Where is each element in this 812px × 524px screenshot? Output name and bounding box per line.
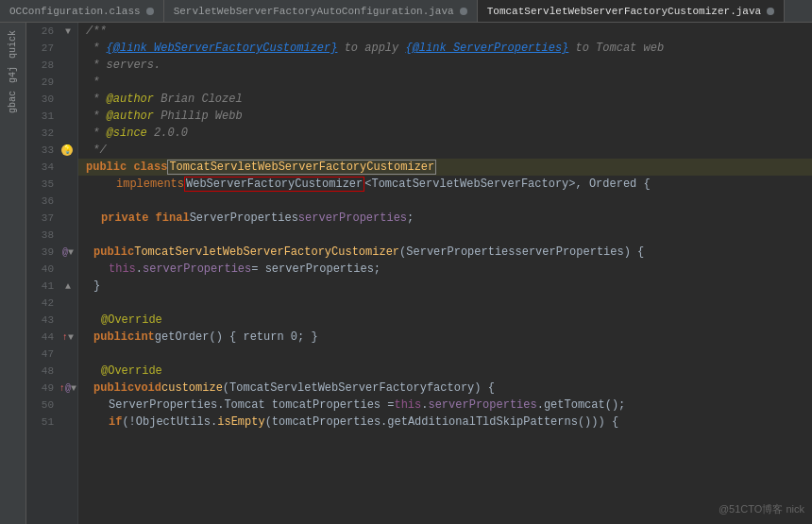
code-line-32: * @since 2.0.0	[78, 125, 812, 142]
gutter-row-31: 31	[26, 108, 77, 125]
code-line-38	[78, 227, 812, 244]
gutter-row-49: 49 ↑ @ ▼	[26, 380, 77, 397]
line-number: 33	[26, 144, 59, 156]
line-number: 44	[26, 331, 59, 343]
code-line-50: ServerProperties.Tomcat tomcatProperties…	[78, 397, 812, 414]
ide-window: OCConfiguration.class ServletWebServerFa…	[0, 0, 812, 524]
code-line-39: public TomcatServletWebServerFactoryCust…	[78, 244, 812, 261]
line-number: 50	[26, 399, 59, 411]
code-line-37: private final ServerProperties serverPro…	[78, 210, 812, 227]
gutter-row-47: 47	[26, 346, 77, 363]
fold-icon[interactable]: ▲	[65, 281, 71, 292]
code-line-30: * @author Brian Clozel	[78, 91, 812, 108]
gutter-row-38: 38	[26, 227, 77, 244]
gutter-row-34: 34	[26, 159, 77, 176]
sidebar-item-quick[interactable]: quick	[6, 26, 20, 62]
hint-bulb-icon[interactable]: 💡	[61, 144, 73, 156]
gutter-row-44: 44 ↑ ▼	[26, 329, 77, 346]
code-line-40: this.serverProperties = serverProperties…	[78, 261, 812, 278]
gutter-row-41: 41 ▲	[26, 278, 77, 295]
line-number: 39	[26, 246, 59, 258]
code-line-26: /**	[78, 23, 812, 40]
line-number: 40	[26, 263, 59, 275]
gutter-row-32: 32	[26, 125, 77, 142]
line-number: 49	[26, 382, 59, 394]
gutter-row-36: 36	[26, 193, 77, 210]
code-line-49: public void customize(TomcatServletWebSe…	[78, 380, 812, 397]
editor-container: 26 ▼ 27 28 29	[26, 23, 812, 524]
code-area[interactable]: /** * {@link WebServerFactoryCustomizer}…	[78, 23, 812, 524]
gutter-row-33: 33 💡	[26, 142, 77, 159]
tab-label: ServletWebServerFactoryAutoConfiguration…	[174, 6, 454, 17]
line-gutter: 26 ▼ 27 28 29	[26, 23, 78, 524]
fold-icon[interactable]: ▼	[71, 383, 76, 394]
sidebar: quick g4j gbac	[0, 23, 26, 524]
code-line-36	[78, 193, 812, 210]
line-number: 29	[26, 76, 59, 88]
gutter-icons: ▲	[59, 281, 76, 292]
tab-tomcatservlet[interactable]: TomcatServletWebServerFactoryCustomizer.…	[478, 0, 785, 22]
line-number: 42	[26, 297, 59, 309]
code-line-34: public class TomcatServletWebServerFacto…	[78, 159, 812, 176]
code-line-31: * @author Phillip Webb	[78, 108, 812, 125]
code-line-51: if (!ObjectUtils.isEmpty(tomcatPropertie…	[78, 414, 812, 431]
watermark: @51CTO博客 nick	[719, 502, 804, 516]
gutter-row-37: 37	[26, 210, 77, 227]
code-line-28: * servers.	[78, 57, 812, 74]
code-line-47	[78, 346, 812, 363]
code-line-42	[78, 295, 812, 312]
line-number: 51	[26, 416, 59, 428]
fold-icon[interactable]: ▼	[68, 332, 74, 343]
gutter-row-28: 28	[26, 57, 77, 74]
gutter-row-39: 39 @ ▼	[26, 244, 77, 261]
tab-bar: OCConfiguration.class ServletWebServerFa…	[0, 0, 812, 23]
code-line-35: implements WebServerFactoryCustomizer<To…	[78, 176, 812, 193]
line-number: 34	[26, 161, 59, 173]
tab-occonfiguration[interactable]: OCConfiguration.class	[0, 0, 164, 22]
gutter-row-26: 26 ▼	[26, 23, 77, 40]
line-number: 43	[26, 314, 59, 326]
line-number: 48	[26, 365, 59, 377]
gutter-row-51: 51	[26, 414, 77, 431]
line-number: 41	[26, 280, 59, 292]
fold-icon[interactable]: ▼	[68, 247, 74, 258]
gutter-row-50: 50	[26, 397, 77, 414]
gutter-icons: ↑ ▼	[59, 332, 76, 343]
line-number: 27	[26, 42, 59, 54]
code-line-27: * {@link WebServerFactoryCustomizer} to …	[78, 40, 812, 57]
gutter-icons: @ ▼	[59, 247, 76, 258]
tab-servletwebserver[interactable]: ServletWebServerFactoryAutoConfiguration…	[164, 0, 478, 22]
fold-icon[interactable]: ▼	[65, 26, 71, 37]
line-number: 28	[26, 59, 59, 71]
gutter-row-35: 35	[26, 176, 77, 193]
code-line-44: public int getOrder() { return 0; }	[78, 329, 812, 346]
code-line-33: */	[78, 142, 812, 159]
tab-label: OCConfiguration.class	[9, 6, 141, 17]
code-line-41: }	[78, 278, 812, 295]
line-number: 30	[26, 93, 59, 105]
sidebar-item-gbac[interactable]: gbac	[6, 87, 20, 117]
line-number: 37	[26, 212, 59, 224]
class-name-box: TomcatServletWebServerFactoryCustomizer	[167, 160, 436, 175]
sidebar-item-g4j[interactable]: g4j	[6, 62, 20, 87]
gutter-row-29: 29	[26, 74, 77, 91]
gutter-row-30: 30	[26, 91, 77, 108]
main-layout: quick g4j gbac 26 ▼ 27 28	[0, 23, 812, 524]
code-line-43: @Override	[78, 312, 812, 329]
gutter-row-48: 48	[26, 363, 77, 380]
code-line-29: *	[78, 74, 812, 91]
line-number: 47	[26, 348, 59, 360]
line-number: 35	[26, 178, 59, 190]
tab-label: TomcatServletWebServerFactoryCustomizer.…	[487, 6, 761, 17]
code-line-48: @Override	[78, 363, 812, 380]
tab-close-icon[interactable]	[767, 8, 774, 15]
gutter-icons: ▼	[59, 26, 76, 37]
line-number: 26	[26, 25, 59, 37]
line-number: 38	[26, 229, 59, 241]
line-number: 32	[26, 127, 59, 139]
interface-name-box: WebServerFactoryCustomizer	[184, 177, 364, 192]
gutter-row-40: 40	[26, 261, 77, 278]
gutter-row-43: 43	[26, 312, 77, 329]
tab-close-icon[interactable]	[146, 8, 154, 15]
tab-close-icon[interactable]	[460, 8, 467, 15]
